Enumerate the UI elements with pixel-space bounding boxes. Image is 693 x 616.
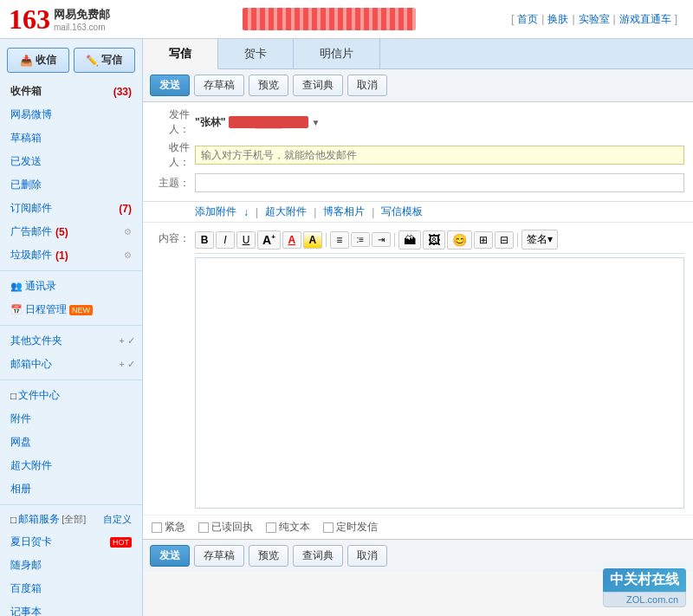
- font-size-up-button[interactable]: A+: [257, 230, 281, 250]
- insert-photo-button[interactable]: 🖼: [423, 230, 445, 250]
- contacts-icon: 👥: [10, 281, 23, 292]
- sidebar-item-other-folders[interactable]: 其他文件夹 + ✓: [0, 329, 142, 353]
- subject-input[interactable]: [195, 173, 684, 192]
- sender-display: "张林" ████ ▼: [195, 115, 684, 130]
- options-bar: 紧急 已读回执 纯文本 定时发信: [143, 515, 693, 539]
- sidebar-divider-1: [0, 270, 142, 271]
- font-bgcolor-button[interactable]: A: [303, 231, 322, 249]
- tab-card[interactable]: 贺卡: [218, 39, 294, 68]
- nav-game[interactable]: 游戏直通车: [619, 12, 671, 27]
- sidebar-item-subscriptions[interactable]: 订阅邮件 (7): [0, 197, 142, 220]
- logo-text: 网易免费邮 mail.163.com: [54, 7, 110, 32]
- logo-area: 163 网易免费邮 mail.163.com: [9, 3, 147, 36]
- header-banner: [147, 8, 511, 30]
- ordered-list-button[interactable]: :≡: [351, 232, 370, 247]
- recipient-input[interactable]: [195, 146, 684, 165]
- tabs-row: 写信 贺卡 明信片: [143, 39, 693, 69]
- sidebar-item-mailbox-center[interactable]: 邮箱中心 + ✓: [0, 353, 142, 376]
- mailbox-center-actions[interactable]: + ✓: [120, 359, 135, 370]
- insert-other-button[interactable]: ⊟: [495, 231, 514, 249]
- save-draft-button-top[interactable]: 存草稿: [194, 75, 244, 96]
- tab-compose[interactable]: 写信: [143, 39, 218, 69]
- large-attachment-link[interactable]: 超大附件: [265, 204, 307, 219]
- insert-emoji-button[interactable]: 😊: [447, 230, 472, 250]
- insert-image-button[interactable]: 🏔: [398, 230, 421, 250]
- sidebar-item-contacts[interactable]: 👥 通讯录: [0, 275, 142, 298]
- indent-button[interactable]: ⇥: [372, 232, 391, 247]
- urgent-checkbox[interactable]: [152, 522, 162, 533]
- read-receipt-option[interactable]: 已读回执: [198, 520, 253, 535]
- bold-button[interactable]: B: [195, 231, 214, 249]
- sidebar-item-weibo[interactable]: 网易微博: [0, 103, 142, 126]
- plain-text-checkbox[interactable]: [266, 522, 276, 533]
- sidebar-item-baidu-box[interactable]: 百度箱: [0, 577, 142, 600]
- urgent-option[interactable]: 紧急: [152, 520, 185, 535]
- add-attachment-link[interactable]: 添加附件: [195, 204, 236, 219]
- sidebar-item-mailbox-service[interactable]: □ 邮箱服务 [全部] 自定义: [0, 509, 142, 530]
- watermark-bottom: ZOL.com.cn: [603, 592, 686, 607]
- sidebar-item-notes[interactable]: 记事本: [0, 600, 142, 616]
- sidebar-item-album[interactable]: 相册: [0, 477, 142, 501]
- sidebar-item-netdisk[interactable]: 网盘: [0, 431, 142, 454]
- blog-photo-link[interactable]: 博客相片: [323, 204, 365, 219]
- plain-text-option[interactable]: 纯文本: [266, 520, 310, 535]
- editor-toolbar: B I U A+ A A ≡ :≡ ⇥ 🏔 🖼 😊 ⊞: [195, 226, 684, 254]
- hot-badge: HOT: [110, 537, 132, 548]
- italic-button[interactable]: I: [216, 231, 235, 249]
- sidebar-divider-3: [0, 379, 142, 380]
- save-draft-button-bottom[interactable]: 存草稿: [194, 545, 244, 567]
- tab-postcard[interactable]: 明信片: [294, 39, 380, 68]
- sidebar-item-calendar[interactable]: 📅 日程管理 NEW: [0, 298, 142, 321]
- dictionary-button-top[interactable]: 查词典: [293, 75, 343, 96]
- underline-button[interactable]: U: [236, 231, 256, 249]
- compose-form: 发件人： "张林" ████ ▼ 收件人： 主题：: [143, 102, 693, 202]
- sidebar-item-file-center[interactable]: □ 文件中心: [0, 384, 142, 407]
- send-button-top[interactable]: 发送: [150, 75, 190, 96]
- main-layout: 📥 收信 ✏️ 写信 收件箱 (33) 网易微博 草稿箱 已发送 已删除: [0, 39, 693, 616]
- scheduled-checkbox[interactable]: [323, 522, 334, 533]
- insert-table-button[interactable]: ⊞: [474, 231, 493, 249]
- subject-row: 主题：: [152, 173, 684, 192]
- template-link[interactable]: 写信模板: [381, 204, 423, 219]
- sidebar-item-super-attach[interactable]: 超大附件: [0, 454, 142, 477]
- banner-image: [243, 8, 416, 30]
- attach-arrow: ↓: [243, 206, 249, 218]
- editor-area: 内容： B I U A+ A A ≡ :≡ ⇥: [143, 223, 693, 515]
- editor-content[interactable]: [195, 257, 684, 509]
- sender-row: 发件人： "张林" ████ ▼: [152, 107, 684, 137]
- preview-button-top[interactable]: 预览: [249, 75, 288, 96]
- nav-home[interactable]: 首页: [517, 12, 538, 27]
- sidebar-item-ads-mail[interactable]: 广告邮件 (5) ⚙: [0, 220, 142, 243]
- nav-skin[interactable]: 换肤: [547, 12, 568, 27]
- send-button-bottom[interactable]: 发送: [150, 545, 190, 567]
- other-folders-actions[interactable]: + ✓: [120, 335, 135, 347]
- cancel-button-top[interactable]: 取消: [347, 75, 387, 96]
- signature-button[interactable]: 签名▾: [521, 230, 558, 250]
- dictionary-button-bottom[interactable]: 查词典: [293, 545, 343, 567]
- preview-button-bottom[interactable]: 预览: [249, 545, 288, 567]
- nav-lab[interactable]: 实验室: [579, 12, 610, 27]
- sidebar-item-sent[interactable]: 已发送: [0, 150, 142, 173]
- sidebar-item-spam[interactable]: 垃圾邮件 (1) ⚙: [0, 243, 142, 267]
- receive-mail-button[interactable]: 📥 收信: [7, 48, 69, 73]
- customize-link[interactable]: 自定义: [103, 513, 132, 526]
- compose-mail-button[interactable]: ✏️ 写信: [74, 48, 136, 73]
- sidebar-item-attachments[interactable]: 附件: [0, 407, 142, 431]
- ads-settings-icon[interactable]: ⚙: [124, 227, 132, 237]
- header: 163 网易免费邮 mail.163.com [ 首页 | 换肤 | 实验室 |…: [0, 0, 693, 39]
- font-color-button[interactable]: A: [282, 231, 301, 249]
- sidebar-item-random-mail[interactable]: 随身邮: [0, 554, 142, 577]
- scheduled-option[interactable]: 定时发信: [323, 520, 378, 535]
- sidebar-item-inbox[interactable]: 收件箱 (33): [0, 80, 142, 103]
- watermark: 中关村在线 ZOL.com.cn: [603, 568, 686, 607]
- read-receipt-checkbox[interactable]: [198, 522, 209, 533]
- sidebar-item-drafts[interactable]: 草稿箱: [0, 126, 142, 150]
- spam-settings-icon[interactable]: ⚙: [124, 250, 132, 260]
- sidebar-item-deleted[interactable]: 已删除: [0, 173, 142, 197]
- header-nav: [ 首页 | 换肤 | 实验室 | 游戏直通车 ]: [511, 12, 677, 27]
- sender-dropdown[interactable]: ▼: [312, 118, 321, 127]
- sidebar: 📥 收信 ✏️ 写信 收件箱 (33) 网易微博 草稿箱 已发送 已删除: [0, 39, 143, 616]
- sidebar-item-summer-card[interactable]: 夏日贺卡 HOT: [0, 530, 142, 554]
- align-left-button[interactable]: ≡: [330, 231, 349, 249]
- cancel-button-bottom[interactable]: 取消: [347, 545, 387, 567]
